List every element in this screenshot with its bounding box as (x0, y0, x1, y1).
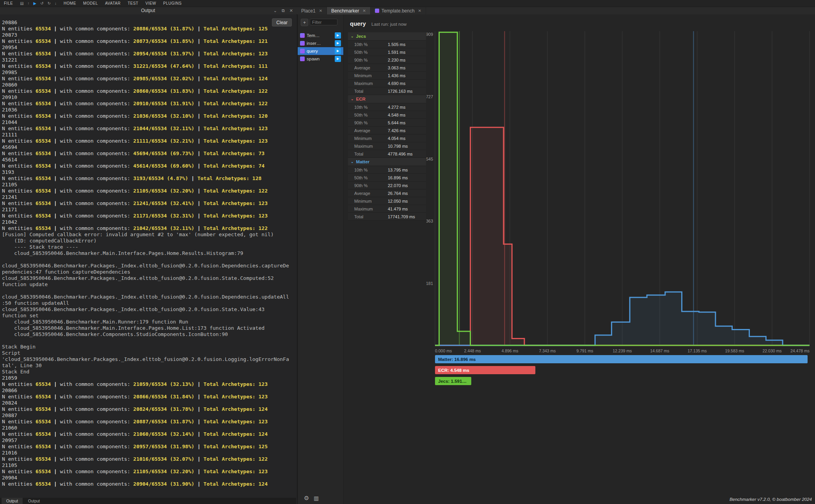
console-line: cloud_5853950046.Benchmarker.Packages._I… (2, 294, 296, 300)
run-benchmark-button[interactable]: ▶ (335, 32, 341, 39)
console-text: Total Archetypes: 73 (204, 150, 265, 156)
console-text: | (51, 163, 60, 169)
panel-header-row: Output ⌄ ⧉ ✕ Place1✕Benchmarker✕Template… (0, 7, 815, 15)
benchmark-item[interactable]: Tem…▶ (298, 32, 343, 39)
console-text: with common components: (60, 38, 133, 44)
filter-input[interactable] (310, 19, 337, 25)
menu-avatar[interactable]: AVATAR (105, 1, 121, 5)
chevron-down-icon: ⌄ (351, 34, 354, 38)
download-icon[interactable]: ↓ (55, 2, 57, 5)
console-line: [Fusion] Computed callback error: invali… (2, 232, 296, 238)
console-text: 20904/65534 (31.90%) (133, 481, 195, 487)
menu-view[interactable]: VIEW (146, 1, 156, 5)
menu-test[interactable]: TEST (128, 1, 138, 5)
console-line: 20957 (2, 437, 296, 444)
stat-label: Total (348, 89, 388, 94)
stat-label: Average (348, 65, 388, 70)
console-line: N entities 65534 | with common component… (2, 394, 296, 400)
console-text: 65534 (36, 126, 51, 131)
clear-output-button[interactable]: Clear (272, 18, 292, 27)
play-icon: ▶ (337, 57, 339, 60)
console-text: Total Archetypes: 125 (204, 444, 268, 449)
play-icon[interactable]: ▶ (34, 2, 37, 5)
close-icon[interactable]: ✕ (289, 9, 293, 13)
console-text: 65534 (36, 469, 51, 474)
chart-text: 24.478 ms (790, 348, 810, 353)
benchmark-item[interactable]: inser…▶ (298, 39, 343, 47)
console-text: | (194, 469, 203, 474)
close-icon[interactable]: ✕ (362, 9, 366, 13)
console-line: (ID: computedCallbackError) (2, 238, 296, 244)
console-text: 20866 (2, 387, 17, 393)
console-text: 65534 (36, 225, 51, 231)
output-console[interactable]: Clear 20886N entities 65534 | with commo… (0, 14, 296, 498)
menu-model[interactable]: MODEL (83, 1, 98, 5)
stats-section-title: Matter (356, 159, 370, 164)
redo-icon[interactable]: ↻ (48, 2, 51, 5)
add-benchmark-button[interactable]: + (301, 19, 308, 26)
console-text: | (194, 63, 203, 69)
stat-row: 90th %2.230 ms (348, 56, 426, 64)
console-text: N entities (2, 26, 36, 32)
menu-home[interactable]: HOME (64, 1, 76, 5)
selected-benchmark-title: query (350, 20, 366, 27)
undo-icon[interactable]: ↺ (40, 2, 43, 5)
console-text: 31221 (2, 57, 17, 63)
menu-plugins[interactable]: PLUGINS (163, 1, 181, 5)
doc-tab[interactable]: Template.bench✕ (371, 7, 426, 14)
console-text: with common components: (60, 163, 133, 169)
benchmark-item[interactable]: query▶ (298, 47, 343, 55)
stats-section-header[interactable]: ⌄Jecs (348, 32, 426, 41)
last-run-label: Last run: just now (371, 22, 407, 27)
chevron-down-icon[interactable]: ⌄ (273, 9, 277, 13)
close-icon[interactable]: ✕ (418, 9, 421, 13)
console-text: 21036 (2, 107, 17, 113)
console-text: N entities (2, 481, 36, 487)
doc-tab[interactable]: Place1✕ (297, 7, 327, 14)
console-text: Total Archetypes: 128 (197, 175, 261, 181)
run-benchmark-button[interactable]: ▶ (335, 48, 341, 54)
status-tab-output[interactable]: Output (2, 498, 23, 504)
stat-row: Minimum1.436 ms (348, 72, 426, 80)
stat-value: 1.505 ms (388, 42, 405, 47)
benchmark-item[interactable]: spawn▶ (298, 55, 343, 63)
stats-section-header[interactable]: ⌄Matter (348, 158, 426, 166)
console-text: N entities (2, 381, 36, 387)
run-benchmark-button[interactable]: ▶ (335, 56, 341, 62)
menu-file[interactable]: FILE (4, 1, 13, 5)
console-text: Total Archetypes: 122 (204, 225, 268, 231)
console-text: | (194, 394, 203, 400)
close-icon[interactable]: ✕ (319, 9, 322, 13)
console-text: 21241 (2, 194, 17, 200)
doc-tab[interactable]: Benchmarker✕ (327, 7, 371, 14)
run-benchmark-button[interactable]: ▶ (335, 40, 341, 46)
console-line: cloud_5853950046.Benchmarker.Main.Interf… (2, 250, 296, 256)
status-tab-output[interactable]: Output (23, 498, 44, 504)
console-line: 20985 (2, 69, 296, 76)
console-text: N entities (2, 444, 36, 449)
console-text: with common components: (60, 76, 133, 81)
console-text: N entities (2, 38, 36, 44)
bench-file-icon (300, 49, 305, 53)
publish-icon[interactable]: ↑ (28, 2, 30, 5)
console-text: | (51, 138, 60, 144)
console-text: | (194, 419, 203, 424)
stat-value: 5.644 ms (388, 120, 405, 125)
popout-icon[interactable]: ⧉ (282, 9, 285, 13)
console-text: 20860/65534 (31.83%) (133, 88, 195, 94)
console-line: 20860 (2, 82, 296, 88)
stat-label: Minimum (348, 136, 388, 141)
console-text: 65534 (36, 51, 51, 57)
new-file-icon[interactable]: ▤ (20, 2, 23, 5)
console-line: cloud_5853950046.Benchmarker.Components.… (2, 331, 296, 338)
console-text: 21059 (2, 375, 17, 381)
console-text: N entities (2, 456, 36, 462)
stats-section-header[interactable]: ⌄ECR (348, 95, 426, 103)
console-text: | (51, 200, 60, 206)
console-line: N entities 65534 | with common component… (2, 51, 296, 57)
stat-label: 90th % (348, 120, 388, 125)
console-text: | (194, 431, 203, 437)
docs-panel-icon[interactable]: ▥ (314, 495, 319, 501)
console-line: N entities 65534 | with common component… (2, 419, 296, 425)
gear-icon[interactable]: ⚙ (304, 495, 309, 501)
